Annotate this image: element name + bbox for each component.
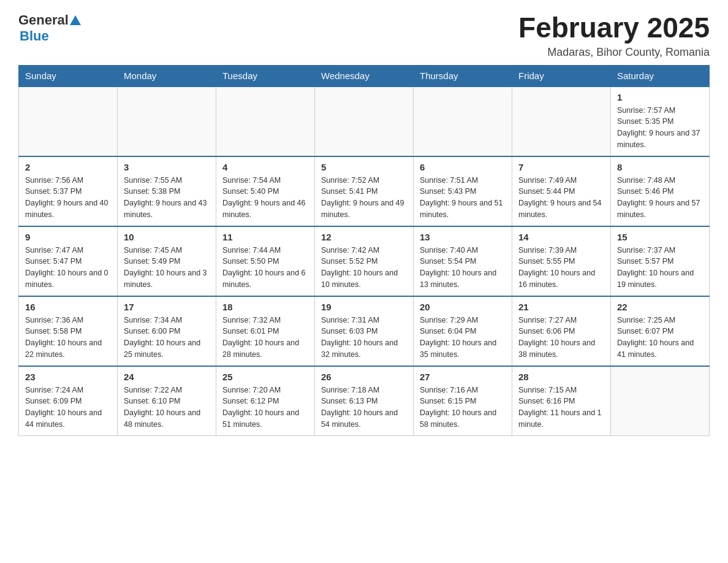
table-row: 7Sunrise: 7:49 AM Sunset: 5:44 PM Daylig…: [512, 156, 611, 226]
calendar-table: Sunday Monday Tuesday Wednesday Thursday…: [18, 65, 710, 436]
calendar-week-row: 9Sunrise: 7:47 AM Sunset: 5:47 PM Daylig…: [19, 226, 710, 296]
table-row: [611, 366, 710, 436]
table-row: [118, 86, 216, 156]
col-monday: Monday: [118, 65, 216, 86]
table-row: [19, 86, 118, 156]
svg-marker-0: [70, 15, 81, 25]
table-row: 6Sunrise: 7:51 AM Sunset: 5:43 PM Daylig…: [414, 156, 512, 226]
table-row: [216, 86, 315, 156]
day-number: 1: [617, 92, 703, 102]
logo-blue: Blue: [20, 28, 49, 44]
col-sunday: Sunday: [19, 65, 118, 86]
day-number: 25: [222, 372, 308, 382]
day-info: Sunrise: 7:45 AM Sunset: 5:49 PM Dayligh…: [124, 245, 210, 291]
table-row: 13Sunrise: 7:40 AM Sunset: 5:54 PM Dayli…: [414, 226, 512, 296]
day-info: Sunrise: 7:42 AM Sunset: 5:52 PM Dayligh…: [321, 245, 407, 291]
day-number: 12: [321, 232, 407, 242]
day-number: 23: [25, 372, 111, 382]
day-info: Sunrise: 7:36 AM Sunset: 5:58 PM Dayligh…: [25, 315, 111, 361]
day-number: 17: [124, 302, 210, 312]
day-number: 15: [617, 232, 703, 242]
day-info: Sunrise: 7:16 AM Sunset: 6:15 PM Dayligh…: [420, 385, 506, 431]
day-info: Sunrise: 7:27 AM Sunset: 6:06 PM Dayligh…: [518, 315, 604, 361]
table-row: 1Sunrise: 7:57 AM Sunset: 5:35 PM Daylig…: [611, 86, 710, 156]
day-info: Sunrise: 7:48 AM Sunset: 5:46 PM Dayligh…: [617, 175, 703, 221]
day-info: Sunrise: 7:54 AM Sunset: 5:40 PM Dayligh…: [222, 175, 308, 221]
table-row: 10Sunrise: 7:45 AM Sunset: 5:49 PM Dayli…: [118, 226, 216, 296]
table-row: [512, 86, 611, 156]
col-tuesday: Tuesday: [216, 65, 315, 86]
day-number: 16: [25, 302, 111, 312]
table-row: 12Sunrise: 7:42 AM Sunset: 5:52 PM Dayli…: [315, 226, 414, 296]
day-info: Sunrise: 7:39 AM Sunset: 5:55 PM Dayligh…: [518, 245, 604, 291]
calendar-week-row: 2Sunrise: 7:56 AM Sunset: 5:37 PM Daylig…: [19, 156, 710, 226]
logo-general: General: [18, 12, 69, 28]
day-number: 14: [518, 232, 604, 242]
day-number: 4: [222, 162, 308, 172]
day-number: 5: [321, 162, 407, 172]
day-number: 9: [25, 232, 111, 242]
table-row: [414, 86, 512, 156]
day-number: 27: [420, 372, 506, 382]
day-number: 28: [518, 372, 604, 382]
col-wednesday: Wednesday: [315, 65, 414, 86]
table-row: 11Sunrise: 7:44 AM Sunset: 5:50 PM Dayli…: [216, 226, 315, 296]
day-info: Sunrise: 7:37 AM Sunset: 5:57 PM Dayligh…: [617, 245, 703, 291]
table-row: 15Sunrise: 7:37 AM Sunset: 5:57 PM Dayli…: [611, 226, 710, 296]
table-row: 2Sunrise: 7:56 AM Sunset: 5:37 PM Daylig…: [19, 156, 118, 226]
table-row: 4Sunrise: 7:54 AM Sunset: 5:40 PM Daylig…: [216, 156, 315, 226]
col-thursday: Thursday: [414, 65, 512, 86]
col-saturday: Saturday: [611, 65, 710, 86]
table-row: 18Sunrise: 7:32 AM Sunset: 6:01 PM Dayli…: [216, 296, 315, 366]
day-number: 20: [420, 302, 506, 312]
day-number: 11: [222, 232, 308, 242]
day-number: 10: [124, 232, 210, 242]
col-friday: Friday: [512, 65, 611, 86]
day-info: Sunrise: 7:52 AM Sunset: 5:41 PM Dayligh…: [321, 175, 407, 221]
day-info: Sunrise: 7:44 AM Sunset: 5:50 PM Dayligh…: [222, 245, 308, 291]
table-row: 28Sunrise: 7:15 AM Sunset: 6:16 PM Dayli…: [512, 366, 611, 436]
table-row: 24Sunrise: 7:22 AM Sunset: 6:10 PM Dayli…: [118, 366, 216, 436]
day-number: 2: [25, 162, 111, 172]
table-row: 22Sunrise: 7:25 AM Sunset: 6:07 PM Dayli…: [611, 296, 710, 366]
table-row: 26Sunrise: 7:18 AM Sunset: 6:13 PM Dayli…: [315, 366, 414, 436]
day-info: Sunrise: 7:51 AM Sunset: 5:43 PM Dayligh…: [420, 175, 506, 221]
calendar-header-row: Sunday Monday Tuesday Wednesday Thursday…: [19, 65, 710, 86]
table-row: 16Sunrise: 7:36 AM Sunset: 5:58 PM Dayli…: [19, 296, 118, 366]
day-info: Sunrise: 7:22 AM Sunset: 6:10 PM Dayligh…: [124, 385, 210, 431]
table-row: 25Sunrise: 7:20 AM Sunset: 6:12 PM Dayli…: [216, 366, 315, 436]
table-row: 21Sunrise: 7:27 AM Sunset: 6:06 PM Dayli…: [512, 296, 611, 366]
day-number: 19: [321, 302, 407, 312]
table-row: 23Sunrise: 7:24 AM Sunset: 6:09 PM Dayli…: [19, 366, 118, 436]
calendar-week-row: 1Sunrise: 7:57 AM Sunset: 5:35 PM Daylig…: [19, 86, 710, 156]
day-info: Sunrise: 7:56 AM Sunset: 5:37 PM Dayligh…: [25, 175, 111, 221]
page-header: General Blue February 2025 Madaras, Biho…: [18, 12, 710, 59]
day-number: 18: [222, 302, 308, 312]
day-info: Sunrise: 7:40 AM Sunset: 5:54 PM Dayligh…: [420, 245, 506, 291]
logo-triangle-icon: [70, 15, 81, 25]
day-info: Sunrise: 7:25 AM Sunset: 6:07 PM Dayligh…: [617, 315, 703, 361]
table-row: 3Sunrise: 7:55 AM Sunset: 5:38 PM Daylig…: [118, 156, 216, 226]
title-section: February 2025 Madaras, Bihor County, Rom…: [518, 12, 710, 59]
day-number: 21: [518, 302, 604, 312]
location: Madaras, Bihor County, Romania: [518, 46, 710, 59]
table-row: [315, 86, 414, 156]
month-title: February 2025: [518, 12, 710, 44]
table-row: 27Sunrise: 7:16 AM Sunset: 6:15 PM Dayli…: [414, 366, 512, 436]
table-row: 14Sunrise: 7:39 AM Sunset: 5:55 PM Dayli…: [512, 226, 611, 296]
table-row: 20Sunrise: 7:29 AM Sunset: 6:04 PM Dayli…: [414, 296, 512, 366]
day-number: 26: [321, 372, 407, 382]
table-row: 19Sunrise: 7:31 AM Sunset: 6:03 PM Dayli…: [315, 296, 414, 366]
day-number: 13: [420, 232, 506, 242]
day-info: Sunrise: 7:31 AM Sunset: 6:03 PM Dayligh…: [321, 315, 407, 361]
table-row: 8Sunrise: 7:48 AM Sunset: 5:46 PM Daylig…: [611, 156, 710, 226]
day-info: Sunrise: 7:18 AM Sunset: 6:13 PM Dayligh…: [321, 385, 407, 431]
day-info: Sunrise: 7:49 AM Sunset: 5:44 PM Dayligh…: [518, 175, 604, 221]
day-info: Sunrise: 7:15 AM Sunset: 6:16 PM Dayligh…: [518, 385, 604, 431]
day-info: Sunrise: 7:32 AM Sunset: 6:01 PM Dayligh…: [222, 315, 308, 361]
day-number: 22: [617, 302, 703, 312]
day-info: Sunrise: 7:20 AM Sunset: 6:12 PM Dayligh…: [222, 385, 308, 431]
day-info: Sunrise: 7:29 AM Sunset: 6:04 PM Dayligh…: [420, 315, 506, 361]
day-number: 7: [518, 162, 604, 172]
table-row: 17Sunrise: 7:34 AM Sunset: 6:00 PM Dayli…: [118, 296, 216, 366]
